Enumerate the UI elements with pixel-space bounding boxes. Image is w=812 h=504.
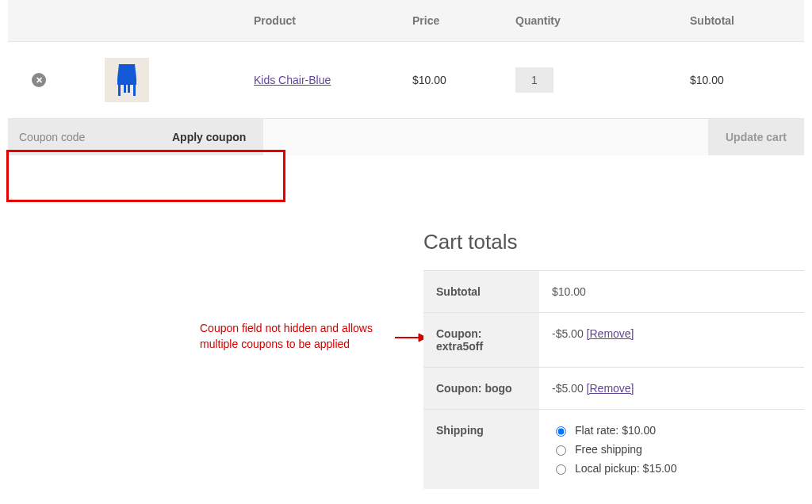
header-product: Product — [198, 14, 412, 27]
cart-table-header: Product Price Quantity Subtotal — [8, 0, 804, 41]
svg-rect-2 — [133, 85, 136, 96]
header-quantity: Quantity — [515, 14, 666, 27]
header-price: Price — [412, 14, 515, 27]
svg-rect-4 — [128, 85, 130, 93]
coupon-row: Apply coupon Update cart — [8, 118, 804, 155]
item-subtotal: $10.00 — [666, 74, 804, 86]
quantity-input[interactable] — [515, 67, 553, 93]
apply-coupon-button[interactable]: Apply coupon — [155, 119, 263, 155]
cart-table: Product Price Quantity Subtotal ✕ Kids C… — [8, 0, 804, 155]
chair-icon — [111, 61, 143, 99]
svg-rect-3 — [124, 85, 126, 93]
remove-item-button[interactable]: ✕ — [32, 73, 46, 87]
product-link[interactable]: Kids Chair-Blue — [254, 74, 331, 86]
svg-rect-1 — [118, 85, 121, 96]
cart-row: ✕ Kids Chair-Blue $10.00 $10.00 — [8, 41, 804, 118]
header-subtotal: Subtotal — [666, 14, 804, 27]
item-price: $10.00 — [412, 74, 515, 86]
coupon-code-input[interactable] — [8, 119, 155, 155]
update-cart-button[interactable]: Update cart — [708, 119, 804, 155]
svg-rect-0 — [117, 78, 136, 85]
product-thumbnail[interactable] — [105, 58, 149, 102]
